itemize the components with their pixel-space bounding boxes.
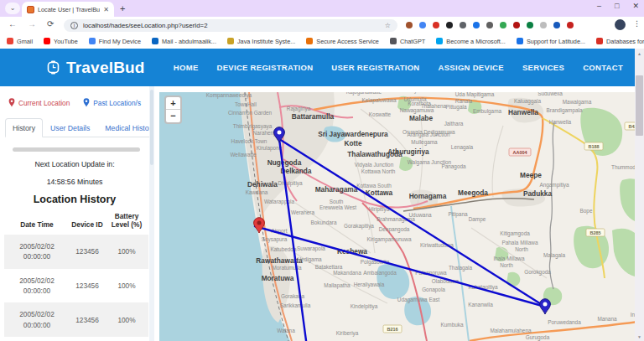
tab-medical-history[interactable]: Medical History <box>97 118 154 137</box>
map-label: Kirigampamunuwa <box>367 236 412 243</box>
scrollbar-thumb[interactable] <box>636 75 643 136</box>
map-label: TownHall <box>235 101 257 107</box>
map-label: Gorokgoda <box>524 269 551 276</box>
map-label: Makandana <box>333 270 361 276</box>
nav-device-registration[interactable]: DEVICE REGISTRATION <box>217 63 314 72</box>
location-history-title: Location History <box>0 194 149 205</box>
table-row: 2005/02/0200:00:00123456100% <box>4 337 148 341</box>
extension-icon-5[interactable] <box>473 22 480 28</box>
bookmark-youtube[interactable]: YouTube <box>44 38 78 45</box>
map-label: South <box>330 199 344 204</box>
extension-icon-0[interactable] <box>406 22 413 28</box>
extension-icon-11[interactable] <box>553 22 560 28</box>
new-tab-button[interactable]: + <box>120 3 125 13</box>
col-header: Device ID <box>70 209 105 235</box>
bookmark-star-icon[interactable]: ☆ <box>385 22 391 29</box>
bookmark-favicon <box>152 38 158 44</box>
zoom-in-button[interactable]: + <box>166 97 180 110</box>
extension-icons[interactable] <box>406 22 574 28</box>
green-area <box>612 229 635 277</box>
browser-tab[interactable]: Locate User | TravelBud ✕ <box>22 2 114 17</box>
site-info-icon[interactable]: i <box>70 22 78 29</box>
window-minimize-button[interactable]: – <box>597 2 601 10</box>
extension-icon-1[interactable] <box>419 22 426 28</box>
extension-icon-3[interactable] <box>446 22 453 28</box>
map-label: Mawalgama <box>563 99 592 106</box>
scroll-up-icon[interactable]: ▲ <box>635 51 644 56</box>
browser-menu-icon[interactable]: ⋮ <box>633 19 641 28</box>
window-close-button[interactable]: ✕ <box>632 2 639 10</box>
map-label: Kottawa North <box>361 168 396 174</box>
map-label: Uduwana <box>408 212 431 218</box>
map-label: Panagoda <box>441 163 466 170</box>
nav-user-registration[interactable]: USER REGISTRATION <box>331 63 419 72</box>
address-bar[interactable]: i localhost/hades/seeLocation.php?userId… <box>64 19 397 32</box>
map-label: Uda Mapitigama <box>455 92 495 98</box>
tab-history[interactable]: History <box>5 118 43 137</box>
map-label: Ranala <box>455 98 473 104</box>
map-label: Brandigampala <box>547 107 583 114</box>
map-label: Kananwila <box>468 302 493 307</box>
next-update-label: Next Location Update in: <box>0 160 149 168</box>
map-label: Werahera <box>291 209 314 215</box>
map-label: Delkanda <box>281 167 312 175</box>
svg-text:B188: B188 <box>588 144 599 149</box>
back-button[interactable]: ← <box>8 19 17 28</box>
map-label: Mullegama <box>411 139 438 146</box>
nav-home[interactable]: HOME <box>174 63 199 72</box>
bookmark-databases-for-devel-[interactable]: Databases for Devel... <box>596 38 644 45</box>
map-label: Udagamuwa East <box>397 297 440 303</box>
tab-favicon-icon <box>27 6 34 13</box>
zoom-out-button[interactable]: − <box>166 110 180 122</box>
map-label: Deepangoda <box>379 226 410 233</box>
map-label: Nawagamuwa <box>400 107 434 114</box>
road-minor <box>492 126 503 197</box>
map-legend: Current Location Past Location/s <box>0 98 149 107</box>
bookmark-mail-abdulmaalik-[interactable]: Mail - abdulmaalik... <box>152 38 216 45</box>
bookmark-become-a-microsoft-[interactable]: Become a Microsoft... <box>436 38 506 45</box>
extension-icon-4[interactable] <box>460 22 466 28</box>
past-location-marker[interactable] <box>540 299 551 314</box>
page-scrollbar[interactable]: ▲ ▼ <box>635 49 644 341</box>
nav-services[interactable]: SERVICES <box>522 63 564 72</box>
scroll-down-icon[interactable]: ▼ <box>635 334 644 339</box>
extension-icon-2[interactable] <box>433 22 439 28</box>
forward-button[interactable]: → <box>28 19 36 28</box>
nav-contact[interactable]: CONTACT <box>583 63 623 72</box>
map-label: Lenagala <box>451 144 474 151</box>
map-label: Bokundara <box>311 220 337 225</box>
bookmark-favicon <box>390 38 397 44</box>
map-label: Kottawa South <box>356 183 392 189</box>
profile-avatar[interactable] <box>615 19 626 30</box>
bookmark-java-institute-syste-[interactable]: Java Institute Syste... <box>227 38 295 45</box>
watch-icon <box>46 60 60 75</box>
map-label: Pittugala <box>446 104 467 111</box>
extension-icon-9[interactable] <box>527 22 533 28</box>
app-header: TravelBud HOMEDEVICE REGISTRATIONUSER RE… <box>0 49 635 86</box>
bookmark-support-for-latitude-[interactable]: Support for Latitude... <box>517 38 585 45</box>
tab-search-chevron-icon[interactable]: ⌄ <box>5 3 20 14</box>
location-history-table: Date TimeDevice IDBattery Level (%) 2005… <box>4 209 148 341</box>
bookmark-find-my-device[interactable]: Find My Device <box>89 38 141 45</box>
map-label: Kirulapone <box>257 145 283 152</box>
map-canvas[interactable]: + − AA004B188B424B285B216BattaramullaMal… <box>159 92 635 341</box>
sidebar-scrollbar[interactable] <box>149 86 154 341</box>
bookmark-gmail[interactable]: Gmail <box>7 38 33 45</box>
extension-icon-7[interactable] <box>500 22 506 28</box>
window-maximize-button[interactable]: □ <box>615 2 619 10</box>
bookmark-favicon <box>306 38 313 44</box>
brand-logo[interactable]: TravelBud <box>46 59 145 77</box>
nav-assign-device[interactable]: ASSIGN DEVICE <box>439 63 504 72</box>
map-label: Nugegoda <box>267 158 302 167</box>
tab-user-details[interactable]: User Details <box>43 118 97 137</box>
tab-close-icon[interactable]: ✕ <box>103 6 109 13</box>
extension-icon-10[interactable] <box>540 22 547 28</box>
extension-icon-8[interactable] <box>513 22 520 28</box>
map-label: Soysapura <box>262 236 288 243</box>
extension-icon-6[interactable] <box>486 22 493 28</box>
extension-icon-12[interactable] <box>567 22 574 28</box>
bookmark-secure-access-service[interactable]: Secure Access Service <box>306 38 379 45</box>
reload-button[interactable]: ⟳ <box>47 19 54 28</box>
bookmark-chatgpt[interactable]: ChatGPT <box>390 38 425 45</box>
brand-name: TravelBud <box>66 59 145 77</box>
